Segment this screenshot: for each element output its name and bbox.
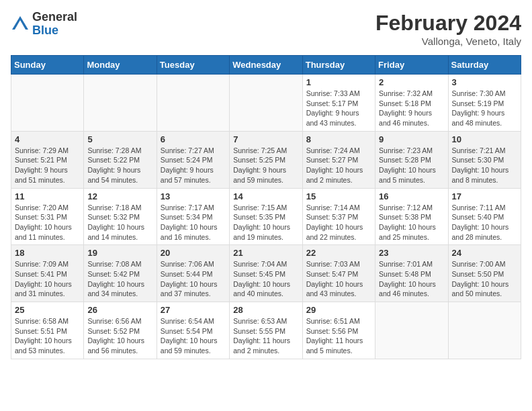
title-area: February 2024 Vallonga, Veneto, Italy — [375, 11, 521, 47]
weekday-header: Tuesday — [157, 56, 229, 75]
calendar-cell: 9Sunrise: 7:23 AMSunset: 5:28 PMDaylight… — [375, 131, 448, 188]
calendar-cell: 27Sunrise: 6:54 AMSunset: 5:54 PMDayligh… — [157, 302, 229, 359]
day-number: 27 — [161, 305, 226, 315]
day-info: Sunrise: 6:58 AMSunset: 5:51 PMDaylight:… — [15, 316, 80, 356]
calendar-cell: 22Sunrise: 7:03 AMSunset: 5:47 PMDayligh… — [302, 245, 375, 302]
calendar-week-row: 25Sunrise: 6:58 AMSunset: 5:51 PMDayligh… — [11, 302, 521, 359]
calendar-cell: 20Sunrise: 7:06 AMSunset: 5:44 PMDayligh… — [157, 245, 229, 302]
day-info: Sunrise: 7:25 AMSunset: 5:25 PMDaylight:… — [233, 146, 298, 185]
day-number: 26 — [87, 305, 152, 315]
day-number: 1 — [306, 77, 371, 87]
day-info: Sunrise: 6:56 AMSunset: 5:52 PMDaylight:… — [87, 316, 152, 356]
day-number: 4 — [15, 134, 80, 144]
day-number: 28 — [233, 305, 298, 315]
calendar-cell: 7Sunrise: 7:25 AMSunset: 5:25 PMDaylight… — [230, 131, 302, 188]
day-info: Sunrise: 6:51 AMSunset: 5:56 PMDaylight:… — [306, 316, 371, 356]
day-info: Sunrise: 6:53 AMSunset: 5:55 PMDaylight:… — [233, 316, 298, 356]
day-info: Sunrise: 7:30 AMSunset: 5:19 PMDaylight:… — [452, 89, 517, 128]
day-number: 14 — [233, 191, 298, 201]
day-number: 20 — [161, 248, 226, 258]
logo-text: General Blue — [32, 11, 77, 38]
day-number: 16 — [379, 191, 444, 201]
day-info: Sunrise: 6:54 AMSunset: 5:54 PMDaylight:… — [161, 316, 226, 356]
weekday-header: Friday — [375, 56, 448, 75]
day-number: 13 — [161, 191, 226, 201]
day-info: Sunrise: 7:33 AMSunset: 5:17 PMDaylight:… — [306, 89, 371, 128]
calendar-week-row: 4Sunrise: 7:29 AMSunset: 5:21 PMDaylight… — [11, 131, 521, 188]
day-info: Sunrise: 7:28 AMSunset: 5:22 PMDaylight:… — [87, 146, 152, 185]
day-info: Sunrise: 7:32 AMSunset: 5:18 PMDaylight:… — [379, 89, 444, 128]
day-number: 24 — [452, 248, 517, 258]
calendar-cell: 4Sunrise: 7:29 AMSunset: 5:21 PMDaylight… — [11, 131, 84, 188]
day-number: 3 — [452, 77, 517, 87]
day-info: Sunrise: 7:15 AMSunset: 5:35 PMDaylight:… — [233, 203, 298, 242]
calendar-cell: 16Sunrise: 7:12 AMSunset: 5:38 PMDayligh… — [375, 188, 448, 245]
calendar-cell: 17Sunrise: 7:11 AMSunset: 5:40 PMDayligh… — [448, 188, 521, 245]
day-number: 6 — [161, 134, 226, 144]
day-number: 21 — [233, 248, 298, 258]
day-number: 23 — [379, 248, 444, 258]
day-info: Sunrise: 7:06 AMSunset: 5:44 PMDaylight:… — [161, 259, 226, 299]
calendar-cell — [230, 75, 302, 132]
calendar-cell: 14Sunrise: 7:15 AMSunset: 5:35 PMDayligh… — [230, 188, 302, 245]
calendar-cell: 2Sunrise: 7:32 AMSunset: 5:18 PMDaylight… — [375, 75, 448, 132]
calendar-cell: 26Sunrise: 6:56 AMSunset: 5:52 PMDayligh… — [84, 302, 157, 359]
calendar-cell: 24Sunrise: 7:00 AMSunset: 5:50 PMDayligh… — [448, 245, 521, 302]
logo: General Blue — [11, 11, 77, 38]
day-number: 18 — [15, 248, 80, 258]
calendar-cell — [157, 75, 229, 132]
calendar-cell: 8Sunrise: 7:24 AMSunset: 5:27 PMDaylight… — [302, 131, 375, 188]
day-info: Sunrise: 7:01 AMSunset: 5:48 PMDaylight:… — [379, 259, 444, 299]
calendar-cell — [84, 75, 157, 132]
day-number: 10 — [452, 134, 517, 144]
calendar-cell: 13Sunrise: 7:17 AMSunset: 5:34 PMDayligh… — [157, 188, 229, 245]
calendar-cell: 11Sunrise: 7:20 AMSunset: 5:31 PMDayligh… — [11, 188, 84, 245]
calendar-cell: 23Sunrise: 7:01 AMSunset: 5:48 PMDayligh… — [375, 245, 448, 302]
day-info: Sunrise: 7:27 AMSunset: 5:24 PMDaylight:… — [161, 146, 226, 185]
day-info: Sunrise: 7:23 AMSunset: 5:28 PMDaylight:… — [379, 146, 444, 185]
month-title: February 2024 — [375, 11, 521, 36]
day-number: 8 — [306, 134, 371, 144]
weekday-header: Saturday — [448, 56, 521, 75]
day-info: Sunrise: 7:11 AMSunset: 5:40 PMDaylight:… — [452, 203, 517, 242]
day-number: 2 — [379, 77, 444, 87]
day-number: 12 — [87, 191, 152, 201]
day-number: 22 — [306, 248, 371, 258]
logo-icon — [11, 15, 30, 34]
day-number: 11 — [15, 191, 80, 201]
weekday-header: Thursday — [302, 56, 375, 75]
day-info: Sunrise: 7:24 AMSunset: 5:27 PMDaylight:… — [306, 146, 371, 185]
day-info: Sunrise: 7:17 AMSunset: 5:34 PMDaylight:… — [161, 203, 226, 242]
day-info: Sunrise: 7:29 AMSunset: 5:21 PMDaylight:… — [15, 146, 80, 185]
day-number: 19 — [87, 248, 152, 258]
calendar-week-row: 18Sunrise: 7:09 AMSunset: 5:41 PMDayligh… — [11, 245, 521, 302]
day-info: Sunrise: 7:03 AMSunset: 5:47 PMDaylight:… — [306, 259, 371, 299]
day-info: Sunrise: 7:14 AMSunset: 5:37 PMDaylight:… — [306, 203, 371, 242]
calendar-cell: 29Sunrise: 6:51 AMSunset: 5:56 PMDayligh… — [302, 302, 375, 359]
day-info: Sunrise: 7:21 AMSunset: 5:30 PMDaylight:… — [452, 146, 517, 185]
page-header: General Blue February 2024 Vallonga, Ven… — [11, 11, 521, 47]
day-info: Sunrise: 7:18 AMSunset: 5:32 PMDaylight:… — [87, 203, 152, 242]
calendar-cell: 1Sunrise: 7:33 AMSunset: 5:17 PMDaylight… — [302, 75, 375, 132]
calendar-cell: 3Sunrise: 7:30 AMSunset: 5:19 PMDaylight… — [448, 75, 521, 132]
calendar-cell: 6Sunrise: 7:27 AMSunset: 5:24 PMDaylight… — [157, 131, 229, 188]
calendar-cell — [375, 302, 448, 359]
day-number: 7 — [233, 134, 298, 144]
weekday-header: Monday — [84, 56, 157, 75]
calendar-cell: 28Sunrise: 6:53 AMSunset: 5:55 PMDayligh… — [230, 302, 302, 359]
location-subtitle: Vallonga, Veneto, Italy — [375, 36, 521, 47]
day-number: 9 — [379, 134, 444, 144]
weekday-header: Wednesday — [230, 56, 302, 75]
day-number: 15 — [306, 191, 371, 201]
calendar-cell: 12Sunrise: 7:18 AMSunset: 5:32 PMDayligh… — [84, 188, 157, 245]
calendar-cell — [11, 75, 84, 132]
calendar-cell: 15Sunrise: 7:14 AMSunset: 5:37 PMDayligh… — [302, 188, 375, 245]
weekday-header-row: SundayMondayTuesdayWednesdayThursdayFrid… — [11, 56, 521, 75]
day-info: Sunrise: 7:09 AMSunset: 5:41 PMDaylight:… — [15, 259, 80, 299]
calendar-cell — [448, 302, 521, 359]
day-info: Sunrise: 7:08 AMSunset: 5:42 PMDaylight:… — [87, 259, 152, 299]
calendar-cell: 25Sunrise: 6:58 AMSunset: 5:51 PMDayligh… — [11, 302, 84, 359]
calendar-cell: 21Sunrise: 7:04 AMSunset: 5:45 PMDayligh… — [230, 245, 302, 302]
day-info: Sunrise: 7:00 AMSunset: 5:50 PMDaylight:… — [452, 259, 517, 299]
day-info: Sunrise: 7:20 AMSunset: 5:31 PMDaylight:… — [15, 203, 80, 242]
